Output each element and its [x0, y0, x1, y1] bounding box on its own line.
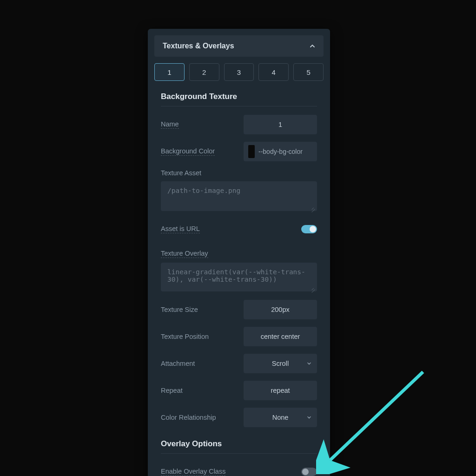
settings-panel: Textures & Overlays 1 2 3 4 5 Background… [148, 29, 330, 476]
tab-4[interactable]: 4 [258, 63, 289, 81]
label-name: Name [161, 120, 179, 129]
label-bgcolor: Background Color [161, 147, 215, 156]
row-name: Name 1 [161, 115, 317, 134]
label-repeat: Repeat [161, 387, 183, 395]
color-swatch[interactable] [248, 145, 255, 158]
section-header-textures[interactable]: Textures & Overlays [154, 35, 324, 57]
row-enable-overlay: Enable Overlay Class [161, 462, 317, 476]
select-attachment[interactable]: Scroll [244, 354, 317, 373]
textarea-texture-asset[interactable]: /path-to-image.png [161, 181, 317, 211]
row-texture-position: Texture Position center center [161, 327, 317, 346]
tab-3[interactable]: 3 [224, 63, 254, 81]
tab-1[interactable]: 1 [154, 63, 185, 81]
resize-handle-icon[interactable] [311, 285, 315, 290]
annotation-arrow-icon [316, 363, 437, 474]
resize-handle-icon[interactable] [311, 205, 315, 209]
row-asset-url: Asset is URL [161, 219, 317, 239]
input-bgcolor[interactable]: --body-bg-color [244, 142, 317, 161]
input-texture-size[interactable]: 200px [244, 300, 317, 319]
row-bgcolor: Background Color --body-bg-color [161, 142, 317, 161]
overlay-options-heading: Overlay Options [161, 439, 317, 449]
texture-tabs: 1 2 3 4 5 [154, 63, 324, 81]
label-texture-overlay: Texture Overlay [161, 250, 208, 258]
input-name[interactable]: 1 [244, 115, 317, 134]
label-enable-overlay: Enable Overlay Class [161, 468, 225, 476]
row-repeat: Repeat repeat [161, 381, 317, 400]
input-repeat[interactable]: repeat [244, 381, 317, 400]
toggle-asset-url[interactable] [301, 225, 317, 233]
label-attachment: Attachment [161, 360, 195, 368]
bg-texture-heading: Background Texture [161, 92, 317, 101]
tab-5[interactable]: 5 [293, 63, 324, 81]
chevron-up-icon [310, 43, 315, 49]
label-color-relationship: Color Relationship [161, 414, 216, 422]
toggle-enable-overlay[interactable] [301, 468, 317, 476]
chevron-down-icon [307, 414, 311, 421]
label-asset-url: Asset is URL [161, 225, 200, 233]
select-color-relationship[interactable]: None [244, 408, 317, 427]
divider [161, 453, 317, 454]
section-title: Textures & Overlays [163, 42, 234, 50]
svg-line-0 [330, 372, 423, 460]
row-color-relationship: Color Relationship None [161, 408, 317, 427]
row-texture-size: Texture Size 200px [161, 300, 317, 319]
label-texture-asset: Texture Asset [161, 169, 201, 177]
input-texture-position[interactable]: center center [244, 327, 317, 346]
row-attachment: Attachment Scroll [161, 354, 317, 373]
divider [161, 106, 317, 106]
label-texture-position: Texture Position [161, 333, 209, 341]
tab-2[interactable]: 2 [189, 63, 219, 81]
label-texture-size: Texture Size [161, 306, 198, 314]
textarea-texture-overlay[interactable]: linear-gradient(var(--white-trans-30), v… [161, 263, 317, 291]
chevron-down-icon [307, 360, 311, 367]
panel-content: Background Texture Name 1 Background Col… [154, 92, 324, 476]
